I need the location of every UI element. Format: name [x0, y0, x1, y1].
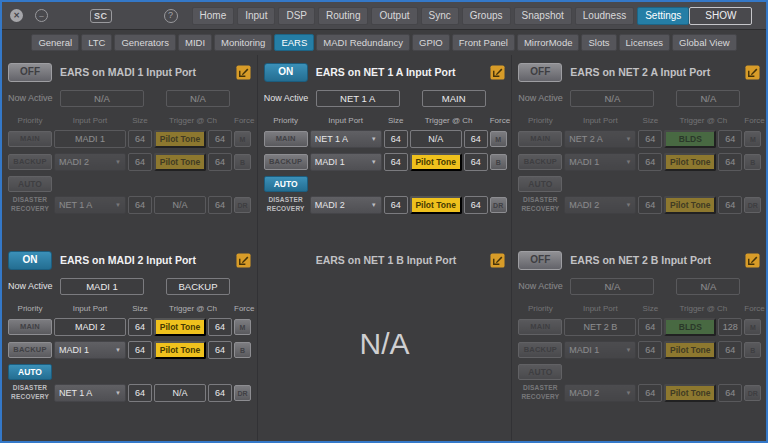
- main-trigger-button[interactable]: Pilot Tone: [154, 318, 206, 336]
- backup-force-button[interactable]: B: [744, 154, 761, 170]
- dr-size-field[interactable]: 64: [638, 384, 662, 402]
- dr-channel-field[interactable]: 64: [208, 384, 232, 402]
- dr-size-field[interactable]: 64: [128, 196, 152, 214]
- edit-icon[interactable]: [490, 253, 505, 268]
- backup-port-select[interactable]: MADI 1▼: [564, 341, 636, 359]
- main-channel-field[interactable]: 64: [208, 130, 232, 148]
- edit-icon[interactable]: [236, 65, 251, 80]
- backup-priority-button[interactable]: BACKUP: [518, 342, 562, 358]
- backup-port-select[interactable]: MADI 1▼: [564, 153, 636, 171]
- auto-button[interactable]: AUTO: [518, 176, 562, 192]
- backup-priority-button[interactable]: BACKUP: [264, 154, 308, 170]
- edit-icon[interactable]: [745, 253, 760, 268]
- main-force-button[interactable]: M: [234, 319, 251, 335]
- close-icon[interactable]: ✕: [10, 9, 23, 22]
- backup-trigger-button[interactable]: Pilot Tone: [154, 153, 206, 171]
- dr-port-select[interactable]: NET 1 A▼: [54, 196, 126, 214]
- main-channel-field[interactable]: 64: [208, 318, 232, 336]
- main-force-button[interactable]: M: [744, 319, 761, 335]
- main-channel-field[interactable]: 64: [464, 130, 488, 148]
- main-priority-button[interactable]: MAIN: [264, 131, 308, 147]
- dr-port-select[interactable]: MADI 2▼: [310, 196, 382, 214]
- tab-monitoring[interactable]: Monitoring: [214, 34, 272, 52]
- dr-channel-field[interactable]: 64: [208, 196, 232, 214]
- main-size-field[interactable]: 64: [128, 130, 152, 148]
- main-channel-field[interactable]: 128: [718, 318, 742, 336]
- auto-button[interactable]: AUTO: [8, 176, 52, 192]
- backup-channel-field[interactable]: 64: [718, 153, 742, 171]
- tab-generators[interactable]: Generators: [114, 34, 176, 52]
- dr-size-field[interactable]: 64: [638, 196, 662, 214]
- backup-port-select[interactable]: MADI 2▼: [54, 153, 126, 171]
- tab-general[interactable]: General: [31, 34, 79, 52]
- main-trigger-button[interactable]: BLDS: [664, 318, 716, 336]
- backup-force-button[interactable]: B: [744, 342, 761, 358]
- dr-force-button[interactable]: DR: [234, 197, 251, 213]
- menu-item-loudness[interactable]: Loudness: [575, 7, 634, 25]
- menu-item-settings[interactable]: Settings: [637, 7, 689, 25]
- main-port-select[interactable]: NET 1 A▼: [310, 130, 382, 148]
- main-force-button[interactable]: M: [234, 131, 251, 147]
- backup-priority-button[interactable]: BACKUP: [8, 154, 52, 170]
- main-port-select[interactable]: NET 2 A▼: [564, 130, 636, 148]
- main-size-field[interactable]: 64: [638, 130, 662, 148]
- menu-item-home[interactable]: Home: [192, 7, 235, 25]
- backup-priority-button[interactable]: BACKUP: [518, 154, 562, 170]
- edit-icon[interactable]: [490, 65, 505, 80]
- menu-item-routing[interactable]: Routing: [318, 7, 368, 25]
- tab-slots[interactable]: Slots: [581, 34, 616, 52]
- main-trigger-button[interactable]: BLDS: [664, 130, 716, 148]
- dr-port-select[interactable]: MADI 2▼: [564, 384, 636, 402]
- backup-force-button[interactable]: B: [234, 154, 251, 170]
- backup-trigger-button[interactable]: Pilot Tone: [664, 341, 716, 359]
- menu-item-snapshot[interactable]: Snapshot: [514, 7, 572, 25]
- backup-trigger-button[interactable]: Pilot Tone: [154, 341, 206, 359]
- dr-port-select[interactable]: NET 1 A▼: [54, 384, 126, 402]
- dr-trigger-button[interactable]: Pilot Tone: [664, 384, 716, 402]
- main-channel-field[interactable]: 64: [718, 130, 742, 148]
- dr-force-button[interactable]: DR: [490, 197, 507, 213]
- main-size-field[interactable]: 64: [638, 318, 662, 336]
- backup-trigger-button[interactable]: Pilot Tone: [410, 153, 462, 171]
- auto-button[interactable]: AUTO: [518, 364, 562, 380]
- tab-midi[interactable]: MIDI: [178, 34, 212, 52]
- tab-front-panel[interactable]: Front Panel: [452, 34, 515, 52]
- tab-global-view[interactable]: Global View: [672, 34, 737, 52]
- menu-item-groups[interactable]: Groups: [462, 7, 511, 25]
- backup-force-button[interactable]: B: [490, 154, 507, 170]
- show-button[interactable]: SHOW: [689, 7, 752, 25]
- tab-madi-redundancy[interactable]: MADI Redundancy: [316, 34, 410, 52]
- dr-channel-field[interactable]: 64: [464, 196, 488, 214]
- help-icon[interactable]: ?: [164, 9, 178, 23]
- tab-licenses[interactable]: Licenses: [619, 34, 671, 52]
- menu-item-sync[interactable]: Sync: [421, 7, 459, 25]
- tab-mirrormode[interactable]: MirrorMode: [517, 34, 580, 52]
- menu-item-input[interactable]: Input: [237, 7, 275, 25]
- dr-force-button[interactable]: DR: [744, 197, 761, 213]
- backup-size-field[interactable]: 64: [384, 153, 408, 171]
- ears-toggle-button[interactable]: ON: [264, 63, 308, 82]
- main-priority-button[interactable]: MAIN: [8, 319, 52, 335]
- ears-toggle-button[interactable]: OFF: [518, 251, 562, 270]
- backup-channel-field[interactable]: 64: [718, 341, 742, 359]
- tab-ears[interactable]: EARS: [274, 34, 314, 52]
- ears-toggle-button[interactable]: OFF: [518, 63, 562, 82]
- dr-trigger-button[interactable]: Pilot Tone: [410, 196, 462, 214]
- dr-force-button[interactable]: DR: [744, 385, 761, 401]
- main-priority-button[interactable]: MAIN: [8, 131, 52, 147]
- backup-trigger-button[interactable]: Pilot Tone: [664, 153, 716, 171]
- main-priority-button[interactable]: MAIN: [518, 131, 562, 147]
- dr-port-select[interactable]: MADI 2▼: [564, 196, 636, 214]
- ears-toggle-button[interactable]: ON: [8, 251, 52, 270]
- backup-size-field[interactable]: 64: [638, 341, 662, 359]
- main-force-button[interactable]: M: [744, 131, 761, 147]
- auto-button[interactable]: AUTO: [8, 364, 52, 380]
- dr-size-field[interactable]: 64: [128, 384, 152, 402]
- backup-size-field[interactable]: 64: [128, 341, 152, 359]
- backup-channel-field[interactable]: 64: [208, 153, 232, 171]
- auto-button[interactable]: AUTO: [264, 176, 308, 192]
- backup-port-select[interactable]: MADI 1▼: [54, 341, 126, 359]
- main-size-field[interactable]: 64: [384, 130, 408, 148]
- ears-toggle-button[interactable]: OFF: [8, 63, 52, 82]
- backup-port-select[interactable]: MADI 1▼: [310, 153, 382, 171]
